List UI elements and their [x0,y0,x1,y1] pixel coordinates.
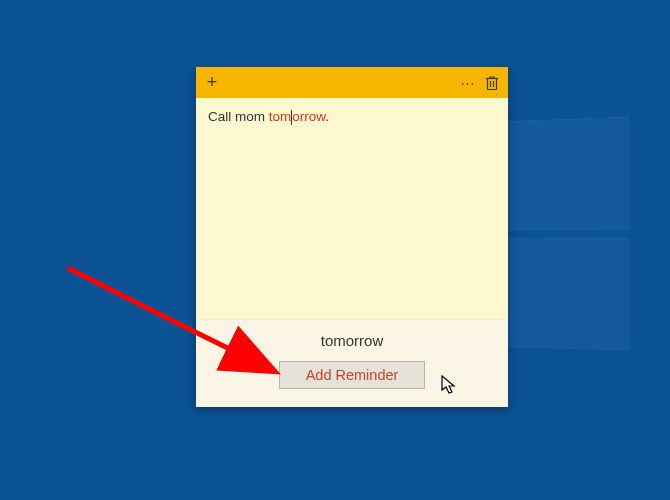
note-text: Call mom tomorrow. [208,109,329,124]
text-caret [291,110,292,125]
note-titlebar[interactable]: + ··· [196,67,508,98]
trash-icon[interactable] [482,73,502,93]
add-note-icon[interactable]: + [202,73,222,93]
suggestion-panel: tomorrow Add Reminder [196,319,508,407]
sticky-note-window: + ··· Call mom tomorrow. tomorrow Add Re… [196,67,508,407]
more-options-icon[interactable]: ··· [456,73,480,93]
note-text-prefix: Call mom [208,109,269,124]
add-reminder-button[interactable]: Add Reminder [279,361,426,389]
svg-rect-0 [488,78,497,89]
suggestion-label: tomorrow [321,332,384,349]
detected-date-word: tomorrow [269,109,326,124]
note-body-area[interactable]: Call mom tomorrow. [196,98,508,319]
note-text-suffix: . [325,109,329,124]
